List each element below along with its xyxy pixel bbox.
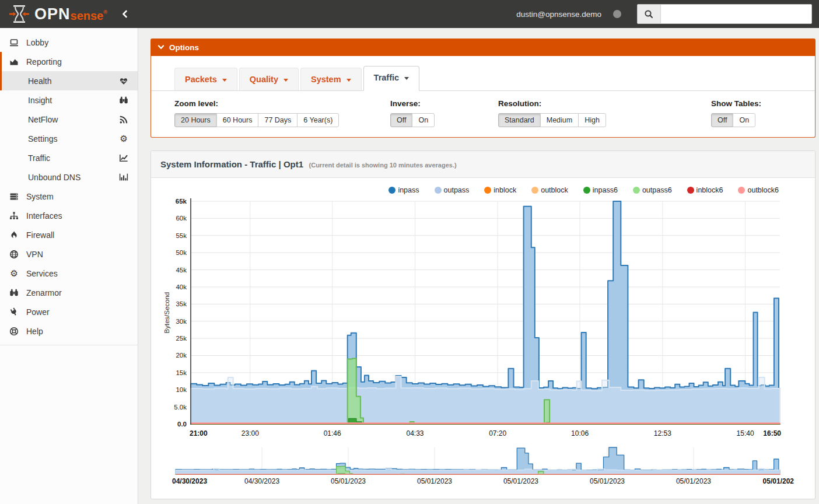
legend-dot-icon [738,187,745,194]
sidebar-item-services[interactable]: ⚙Services [0,264,138,283]
tab-system[interactable]: System [300,68,362,90]
tab-label: System [311,75,341,84]
fire-icon [8,230,19,240]
traffic-panel-body: inpassoutpassinblockoutblockinpass6outpa… [151,178,815,499]
search-icon [638,4,661,24]
legend-item-inpass6[interactable]: inpass6 [583,186,618,194]
svg-text:05/01/2023: 05/01/2023 [676,477,711,485]
svg-text:Bytes/Second: Bytes/Second [163,292,170,334]
sidebar-item-lobby[interactable]: Lobby [0,33,138,52]
sidebar-item-unbound-dns[interactable]: Unbound DNS [0,167,138,187]
legend-dot-icon [484,187,491,194]
area-chart-icon [8,57,19,66]
traffic-panel: System Information - Traffic | Opt1 (Cur… [150,150,816,499]
search-input[interactable] [661,5,811,23]
caret-down-icon [346,79,351,82]
button-group: StandardMediumHigh [498,113,711,127]
svg-text:04/30/2023: 04/30/2023 [244,477,279,485]
sidebar-item-label: Settings [28,134,58,144]
traffic-overview-chart[interactable]: 04/30/202304/30/202305/01/202305/01/2023… [162,445,803,488]
legend-item-outpass6[interactable]: outpass6 [633,186,672,194]
button-on[interactable]: On [733,113,755,127]
sidebar-item-zenarmor[interactable]: Zenarmor [0,283,138,302]
tab-label: Quality [250,75,278,84]
svg-text:65k: 65k [176,198,187,205]
sidebar-item-label: Interfaces [26,211,62,220]
sidebar-collapse-button[interactable] [120,9,130,19]
sidebar-item-netflow[interactable]: NetFlow [0,110,138,129]
legend-dot-icon [531,187,538,194]
sitemap-icon [8,211,19,220]
svg-text:15k: 15k [176,369,187,376]
control-label: Show Tables: [711,99,806,108]
topbar: OPN sense® dustin@opnsense.demo [0,0,819,28]
sidebar-item-firewall[interactable]: Firewall [0,225,138,244]
sidebar-item-health[interactable]: Health [0,71,138,90]
chart-legend: inpassoutpassinblockoutblockinpass6outpa… [162,183,804,195]
button-on[interactable]: On [412,113,435,127]
sidebar-item-label: System [26,192,54,201]
button-high[interactable]: High [578,113,606,127]
options-title: Options [169,43,199,52]
sidebar-item-help[interactable]: Help [0,321,138,341]
sidebar-item-reporting[interactable]: Reporting [0,52,138,71]
svg-text:25k: 25k [176,335,187,342]
button-off[interactable]: Off [711,113,733,127]
sidebar-item-vpn[interactable]: VPN [0,244,138,264]
sidebar-item-label: Lobby [26,38,48,47]
tab-label: Packets [185,75,217,84]
button-medium[interactable]: Medium [540,113,579,127]
main-content: Options PacketsQualitySystemTraffic Zoom… [138,28,819,504]
legend-dot-icon [388,187,396,194]
legend-item-outblock[interactable]: outblock [531,186,568,194]
legend-label: inblock [494,186,516,194]
sidebar-item-power[interactable]: Power [0,302,138,321]
button-standard[interactable]: Standard [498,113,541,127]
sidebar-item-interfaces[interactable]: Interfaces [0,206,138,225]
sidebar-item-settings[interactable]: Settings⚙ [0,129,138,148]
svg-text:20k: 20k [176,352,187,359]
sidebar-item-label: Zenarmor [26,288,62,298]
legend-label: inpass [398,186,419,194]
svg-text:45k: 45k [176,267,187,274]
button-off[interactable]: Off [390,113,412,127]
control-resolution: Resolution:StandardMediumHigh [498,99,711,127]
sidebar-item-label: Services [26,269,58,278]
binoculars-icon [8,288,19,298]
svg-text:05/01/2023: 05/01/2023 [590,477,625,485]
legend-label: outpass [444,186,470,194]
tab-packets[interactable]: Packets [174,68,237,90]
button-20-hours[interactable]: 20 Hours [174,113,217,127]
sidebar-item-label: Health [28,76,51,86]
legend-label: outblock [541,186,568,194]
button-group: OffOn [711,113,806,127]
sidebar-item-system[interactable]: System [0,187,138,206]
button-77-days[interactable]: 77 Days [258,113,298,127]
sidebar-item-insight[interactable]: Insight [0,90,138,110]
legend-item-outblock6[interactable]: outblock6 [738,186,779,194]
legend-item-inpass[interactable]: inpass [388,186,419,194]
legend-item-inblock[interactable]: inblock [484,186,516,194]
bar-chart-icon [119,173,128,182]
sidebar-item-traffic[interactable]: Traffic [0,148,138,167]
button-60-hours[interactable]: 60 Hours [216,113,259,127]
traffic-main-chart[interactable]: 0.05.0k10k15k20k25k30k35k40k45k50k55k60k… [162,195,803,443]
control-show-tables: Show Tables:OffOn [711,99,806,127]
opnsense-logo[interactable]: OPN sense® [0,4,117,24]
legend-item-outpass[interactable]: outpass [435,186,470,194]
page-title: System Information - Traffic | Opt1 [160,159,303,169]
tab-traffic[interactable]: Traffic [363,66,420,91]
heartbeat-icon [119,76,128,86]
tab-quality[interactable]: Quality [239,68,299,90]
traffic-panel-header: System Information - Traffic | Opt1 (Cur… [151,151,815,178]
sidebar: LobbyReportingHealthInsightNetFlowSettin… [0,28,138,504]
caret-down-icon [284,79,288,82]
sidebar-item-label: Unbound DNS [28,173,80,182]
legend-item-inblock6[interactable]: inblock6 [687,186,723,194]
svg-text:⚙: ⚙ [120,134,128,144]
options-body: PacketsQualitySystemTraffic Zoom level:2… [150,56,816,138]
user-menu[interactable]: dustin@opnsense.demo [516,10,601,19]
button-6-year-s-[interactable]: 6 Year(s) [297,113,339,127]
server-icon [8,192,19,201]
options-header[interactable]: Options [150,38,816,56]
